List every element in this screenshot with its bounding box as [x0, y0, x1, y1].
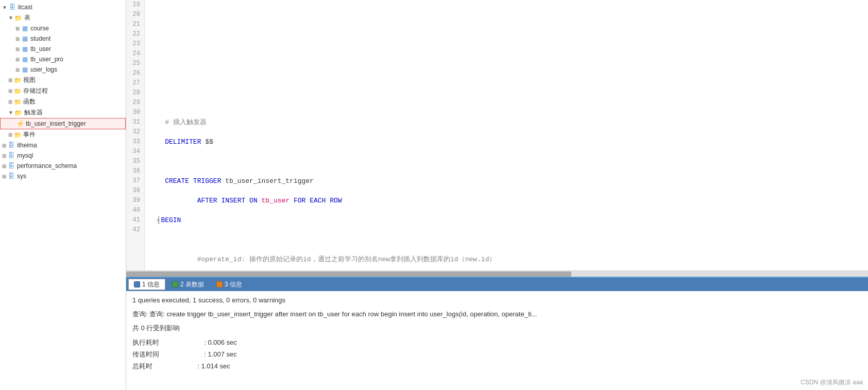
sidebar-item-label: sys [17, 173, 26, 180]
sidebar-item-label: mysql [17, 152, 33, 159]
output-area: 1 queries executed, 1 success, 0 errors,… [126, 291, 868, 390]
sidebar-item-label: 存储过程 [23, 87, 48, 95]
sidebar-item-functions[interactable]: ⊞ 📁 函数 [0, 96, 126, 107]
expand-arrow: ⊞ [2, 163, 6, 169]
output-line-2: 查询: 查询: create trigger tb_user_insert_tr… [132, 309, 862, 320]
table-icon: ▦ [21, 45, 29, 53]
total-value: : 1.014 sec [197, 362, 230, 370]
sidebar-item-procedures[interactable]: ⊞ 📁 存储过程 [0, 86, 126, 96]
sidebar-item-label: 函数 [23, 97, 36, 106]
sidebar-item-label: tb_user_pro [30, 56, 63, 63]
sidebar-item-itcast[interactable]: ▼ 🗄 itcast [0, 2, 126, 12]
folder-icon: 📁 [13, 131, 22, 139]
expand-arrow: ⊞ [2, 153, 6, 159]
expand-arrow: ▼ [2, 5, 7, 10]
sidebar-item-label: course [30, 25, 49, 32]
sidebar-item-student[interactable]: ⊞ ▦ student [0, 33, 126, 44]
tab-info-1[interactable]: 1 信息 [128, 279, 165, 290]
sidebar-item-performance-schema[interactable]: ⊞ 🗄 performance_schema [0, 161, 126, 171]
sidebar-item-itheima[interactable]: ⊞ 🗄 itheima [0, 140, 126, 150]
tab-label: 3 信息 [225, 280, 242, 289]
transfer-time-line: 传送时间 : 1.007 sec [132, 349, 862, 360]
db-icon: 🗄 [8, 3, 16, 11]
sidebar-item-label: itheima [17, 142, 37, 149]
sidebar-item-label: tb_user [30, 45, 51, 53]
code-text[interactable]: # 插入触发器 DELIMITER $$ CREATE TRIGGER tb_u… [145, 0, 868, 270]
total-label: 总耗时 [132, 362, 152, 370]
transfer-value: : 1.007 sec [204, 350, 237, 358]
sidebar-item-triggers[interactable]: ▼ 📁 触发器 [0, 107, 126, 118]
sidebar-item-label: itcast [18, 4, 32, 11]
db-icon: 🗄 [7, 151, 15, 160]
tabs-bar: 1 信息 2 表数据 3 信息 [126, 278, 868, 291]
sidebar-item-course[interactable]: ⊞ ▦ course [0, 23, 126, 33]
folder-icon: 📁 [14, 109, 23, 117]
output-text-1: 1 queries executed, 1 success, 0 errors,… [132, 296, 285, 304]
expand-arrow: ▼ [8, 110, 13, 115]
sidebar-item-label: student [30, 35, 50, 42]
output-timing: 执行耗时 : 0.006 sec 传送时间 : 1.007 sec 总耗时 : … [132, 337, 862, 371]
sidebar-item-tb-user[interactable]: ⊞ ▦ tb_user [0, 44, 126, 54]
folder-icon: 📁 [13, 76, 22, 84]
expand-arrow: ⊞ [15, 36, 20, 42]
db-icon: 🗄 [7, 162, 15, 170]
output-text-3: 共 0 行受到影响 [132, 324, 180, 332]
expand-arrow: ⊞ [15, 57, 20, 62]
exec-time-line: 执行耗时 : 0.006 sec [132, 337, 862, 348]
tab-label: 1 信息 [142, 280, 160, 289]
total-time-line: 总耗时 : 1.014 sec [132, 361, 862, 372]
sidebar-item-label: 触发器 [24, 108, 43, 117]
bottom-panel: 1 信息 2 表数据 3 信息 1 queries executed, 1 su… [126, 277, 868, 390]
expand-arrow: ⊞ [2, 143, 6, 148]
db-icon: 🗄 [7, 172, 15, 180]
sidebar-item-sys[interactable]: ⊞ 🗄 sys [0, 171, 126, 181]
sidebar-item-label: 表 [24, 13, 30, 22]
watermark-text: CSDN @清风微凉 aaa [801, 379, 863, 386]
exec-label: 执行耗时 [132, 338, 159, 346]
sidebar-item-label: performance_schema [17, 162, 77, 169]
expand-arrow: ⊞ [8, 77, 12, 83]
trigger-icon: ⚡ [16, 120, 24, 128]
expand-arrow: ⊞ [2, 174, 6, 179]
sidebar-item-mysql[interactable]: ⊞ 🗄 mysql [0, 150, 126, 161]
sidebar-item-events[interactable]: ⊞ 📁 事件 [0, 129, 126, 140]
sidebar: ▼ 🗄 itcast ▼ 📁 表 ⊞ ▦ course ⊞ ▦ student … [0, 0, 126, 390]
sidebar-item-tables[interactable]: ▼ 📁 表 [0, 12, 126, 23]
output-query-text: 查询: create trigger tb_user_insert_trigge… [149, 310, 537, 318]
tab-icon-orange [216, 281, 223, 287]
table-icon: ▦ [21, 24, 29, 32]
main-content: 19 20 21 22 23 24 25 26 27 28 29 30 31 3… [126, 0, 868, 390]
expand-arrow: ⊞ [15, 26, 20, 31]
sidebar-item-label: user_logs [30, 66, 57, 73]
table-icon: ▦ [21, 55, 29, 63]
expand-arrow: ▼ [8, 15, 13, 21]
folder-icon: 📁 [14, 14, 23, 22]
scrollbar-thumb[interactable] [126, 272, 571, 277]
transfer-label: 传送时间 [132, 350, 159, 358]
tab-tabledata-2[interactable]: 2 表数据 [166, 279, 210, 290]
expand-arrow: ⊞ [15, 67, 20, 73]
expand-arrow: ⊞ [8, 132, 12, 138]
sidebar-item-trigger-tb-user-insert[interactable]: ⚡ tb_user_insert_trigger [0, 118, 126, 129]
sidebar-item-views[interactable]: ⊞ 📁 视图 [0, 75, 126, 86]
tab-info-3[interactable]: 3 信息 [211, 279, 248, 290]
line-numbers: 19 20 21 22 23 24 25 26 27 28 29 30 31 3… [126, 0, 145, 270]
sidebar-item-label: tb_user_insert_trigger [26, 120, 86, 127]
sidebar-item-user-logs[interactable]: ⊞ ▦ user_logs [0, 64, 126, 75]
output-line-3: 共 0 行受到影响 [132, 323, 862, 334]
table-icon: ▦ [21, 35, 29, 43]
tab-icon-green [172, 281, 178, 287]
table-icon: ▦ [21, 65, 29, 74]
db-icon: 🗄 [7, 141, 15, 149]
horizontal-scrollbar[interactable] [126, 270, 868, 277]
output-label-query: 查询: [132, 310, 149, 318]
output-line-1: 1 queries executed, 1 success, 0 errors,… [132, 295, 862, 306]
folder-icon: 📁 [13, 87, 22, 95]
expand-arrow: ⊞ [8, 99, 12, 105]
sidebar-item-tb-user-pro[interactable]: ⊞ ▦ tb_user_pro [0, 54, 126, 64]
watermark: CSDN @清风微凉 aaa [801, 378, 863, 387]
folder-icon: 📁 [13, 98, 22, 106]
expand-arrow: ⊞ [15, 46, 20, 52]
code-editor[interactable]: 19 20 21 22 23 24 25 26 27 28 29 30 31 3… [126, 0, 868, 270]
sidebar-item-label: 视图 [23, 76, 36, 84]
